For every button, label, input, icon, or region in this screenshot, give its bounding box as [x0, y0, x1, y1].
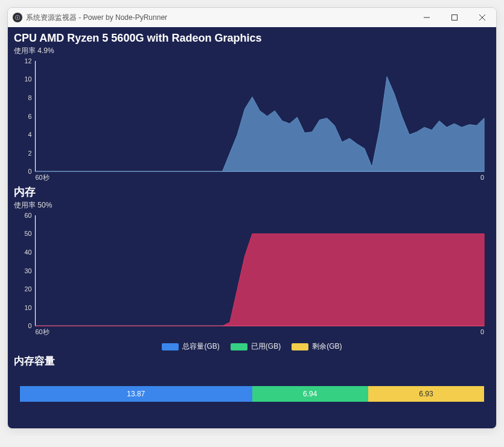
- svg-text:40: 40: [25, 249, 32, 256]
- capacity-bar: 13.87 6.94 6.93: [20, 386, 484, 402]
- legend-swatch-total: [162, 343, 179, 350]
- window-title: 系统资源监视器 - Power by Node-PyRunner: [26, 13, 167, 23]
- capacity-title: 内存容量: [14, 354, 490, 368]
- legend-free: 剩余(GB): [292, 341, 342, 352]
- svg-text:4: 4: [28, 131, 32, 138]
- cpu-title: CPU AMD Ryzen 5 5600G with Radeon Graphi…: [14, 32, 490, 45]
- window-controls: [413, 8, 496, 27]
- content-area: CPU AMD Ryzen 5 5600G with Radeon Graphi…: [8, 27, 496, 428]
- capacity-segment-used: 6.94: [252, 386, 368, 402]
- svg-text:2: 2: [28, 150, 32, 157]
- svg-text:30: 30: [25, 267, 32, 274]
- memory-usage-label: 使用率 50%: [14, 200, 490, 211]
- legend-swatch-free: [292, 343, 308, 350]
- svg-text:20: 20: [25, 285, 32, 293]
- legend-total: 总容量(GB): [162, 341, 219, 352]
- close-button[interactable]: [468, 8, 496, 27]
- capacity-segment-total: 13.87: [20, 386, 252, 402]
- legend-swatch-used: [231, 343, 247, 350]
- svg-text:50: 50: [25, 230, 32, 238]
- svg-text:0: 0: [480, 328, 484, 335]
- capacity-legend: 总容量(GB) 已用(GB) 剩余(GB): [14, 341, 490, 352]
- svg-text:10: 10: [25, 75, 32, 83]
- svg-text:0: 0: [28, 322, 32, 329]
- minimize-button[interactable]: [413, 8, 441, 27]
- svg-text:10: 10: [25, 304, 32, 311]
- svg-rect-2: [452, 15, 458, 21]
- memory-chart: 010203040506060秒0: [14, 213, 490, 338]
- svg-text:0: 0: [28, 168, 32, 175]
- memory-chart-svg: 010203040506060秒0: [14, 213, 490, 338]
- svg-text:60秒: 60秒: [36, 328, 49, 335]
- capacity-segment-free: 6.93: [368, 386, 484, 402]
- svg-text:12: 12: [25, 59, 32, 65]
- legend-used-label: 已用(GB): [251, 341, 281, 352]
- memory-title: 内存: [14, 185, 490, 199]
- legend-free-label: 剩余(GB): [312, 341, 342, 352]
- legend-used: 已用(GB): [231, 341, 281, 352]
- app-icon: [13, 13, 22, 22]
- legend-total-label: 总容量(GB): [182, 341, 219, 352]
- maximize-button[interactable]: [441, 8, 468, 27]
- cpu-chart-svg: 02468101260秒0: [14, 59, 490, 183]
- app-window: 系统资源监视器 - Power by Node-PyRunner CPU AMD…: [7, 7, 497, 429]
- cpu-usage-label: 使用率 4.9%: [14, 46, 490, 56]
- cpu-chart: 02468101260秒0: [14, 59, 490, 183]
- svg-text:60: 60: [25, 213, 32, 219]
- titlebar[interactable]: 系统资源监视器 - Power by Node-PyRunner: [8, 8, 496, 27]
- svg-text:0: 0: [480, 174, 484, 181]
- svg-text:8: 8: [28, 94, 32, 101]
- svg-text:60秒: 60秒: [36, 174, 49, 181]
- svg-text:6: 6: [28, 113, 32, 120]
